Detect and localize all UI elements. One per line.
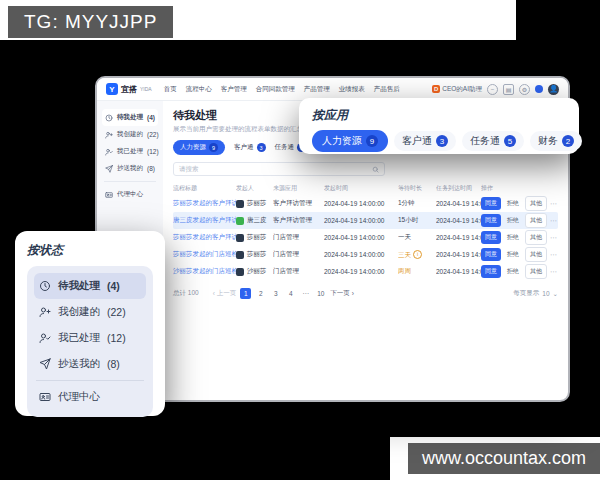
settings-gear-icon[interactable]: ⚙ (519, 84, 530, 95)
send-icon (105, 165, 113, 173)
panel-toggle-icon[interactable]: ▤ (503, 84, 514, 95)
by-app-tab-finance[interactable]: 财务2 (530, 131, 582, 151)
process-title-link[interactable]: 沙丽莎发起的门店巡检 (173, 267, 236, 276)
prev-page-button[interactable]: ‹ 上一页 (213, 289, 237, 298)
nav-right: D CEO的AI助理 − ▤ ⚙ 👤 (432, 84, 559, 95)
id-card-icon (39, 391, 51, 403)
by-app-tab-task[interactable]: 任务通5 (462, 131, 524, 151)
by-app-tab-hr[interactable]: 人力资源9 (312, 130, 388, 152)
other-button[interactable]: 其他 (525, 247, 547, 262)
search-input[interactable]: 请搜索 (173, 162, 385, 176)
tab-customer[interactable]: 客户通3 (234, 143, 266, 152)
by-app-panel: 按应用 人力资源9 客户通3 任务通5 财务2 (299, 98, 579, 154)
sidebar-item-agent-center[interactable]: 代理中心 (102, 186, 158, 203)
other-button[interactable]: 其他 (525, 264, 547, 279)
tab-count-badge: 3 (257, 143, 266, 152)
page-button-3[interactable]: 3 (270, 288, 281, 299)
process-title-link[interactable]: 莎丽莎发起的客户拜访计划 (173, 199, 236, 208)
nav-item-contract-mgmt[interactable]: 合同回款管理 (256, 85, 295, 94)
process-title-link[interactable]: 莎丽莎发起的客户拜访计划 (173, 233, 236, 242)
sidebar-count: (4) (147, 114, 155, 121)
table-row: 莎丽莎发起的客户拜访计划 莎丽莎 门店管理 2024-04-19 14:00:0… (173, 229, 558, 246)
nav-item-product-mgmt[interactable]: 产品管理 (304, 85, 330, 94)
page-button-10[interactable]: 10 (315, 288, 326, 299)
nav-item-customer-mgmt[interactable]: 客户管理 (221, 85, 247, 94)
reject-button[interactable]: 拒绝 (504, 231, 522, 244)
user-plus-icon (39, 306, 51, 318)
more-actions-icon[interactable]: ⋯ (550, 200, 557, 208)
page-button-2[interactable]: 2 (255, 288, 266, 299)
table-row: 莎丽莎发起的客户拜访计划 莎丽莎 客户拜访管理 2024-04-19 14:00… (173, 195, 558, 212)
site-watermark: www.occountax.com (408, 443, 600, 474)
chevron-down-icon: ⌄ (553, 290, 558, 298)
status-item-processed[interactable]: 我已处理 (12) (34, 325, 146, 351)
sidebar-label: 代理中心 (117, 190, 143, 199)
search-placeholder: 请搜索 (179, 165, 199, 174)
send-icon (39, 358, 51, 370)
status-item-pending[interactable]: 待我处理 (4) (34, 273, 146, 299)
agree-button[interactable]: 同意 (481, 265, 501, 278)
status-divider (36, 380, 144, 381)
nav-menu: 首页 流程中心 客户管理 合同回款管理 产品管理 业绩报表 产品售后 (164, 85, 400, 94)
sidebar-item-created[interactable]: 我创建的 (22) (102, 126, 158, 143)
page-ellipsis: ··· (300, 288, 311, 299)
brand-logo[interactable]: Y 宜搭 YIDA (106, 83, 152, 95)
reject-button[interactable]: 拒绝 (504, 197, 522, 210)
tab-hr[interactable]: 人力资源9 (173, 140, 225, 155)
process-title-link[interactable]: 唐三皮发起的客户拜访计划 (173, 216, 236, 225)
nav-item-after-sales[interactable]: 产品售后 (374, 85, 400, 94)
nav-item-process-center[interactable]: 流程中心 (186, 85, 212, 94)
by-app-tab-customer[interactable]: 客户通3 (394, 131, 456, 151)
initiator-avatar (236, 200, 244, 208)
nav-item-performance-report[interactable]: 业绩报表 (339, 85, 365, 94)
ai-assistant-icon: D (432, 85, 440, 93)
tab-count-badge: 9 (366, 135, 378, 147)
reject-button[interactable]: 拒绝 (504, 214, 522, 227)
status-dot-icon[interactable] (535, 85, 543, 93)
pagination: 总计 100 ‹ 上一页 1 2 3 4 ··· 10 下一页 › 每页显示 1… (173, 288, 558, 299)
process-title-link[interactable]: 莎丽莎发起的门店巡检 (173, 250, 236, 259)
initiator-avatar (236, 251, 244, 259)
reject-button[interactable]: 拒绝 (504, 265, 522, 278)
other-button[interactable]: 其他 (525, 230, 547, 245)
status-item-cc[interactable]: 抄送我的 (8) (34, 351, 146, 377)
sidebar-item-cc[interactable]: 抄送我的 (8) (102, 160, 158, 177)
ai-assistant-label: CEO的AI助理 (442, 85, 482, 94)
other-button[interactable]: 其他 (525, 196, 547, 211)
status-item-agent-center[interactable]: 代理中心 (34, 384, 146, 410)
reject-button[interactable]: 拒绝 (504, 248, 522, 261)
nav-item-home[interactable]: 首页 (164, 85, 177, 94)
more-actions-icon[interactable]: ⋯ (550, 217, 557, 225)
sidebar-item-processed[interactable]: 我已处理 (12) (102, 143, 158, 160)
other-button[interactable]: 其他 (525, 213, 547, 228)
initiator-avatar (236, 234, 244, 242)
next-page-button[interactable]: 下一页 › (330, 289, 354, 298)
agree-button[interactable]: 同意 (481, 231, 501, 244)
sidebar-count: (8) (147, 165, 155, 172)
page-button-1[interactable]: 1 (240, 288, 251, 299)
more-actions-icon[interactable]: ⋯ (550, 234, 557, 242)
more-actions-icon[interactable]: ⋯ (550, 251, 557, 259)
sidebar-count: (22) (147, 131, 159, 138)
clock-icon (105, 114, 113, 122)
agree-button[interactable]: 同意 (481, 248, 501, 261)
tab-count-badge: 9 (209, 143, 218, 152)
sidebar-label: 抄送我的 (117, 164, 143, 173)
initiator-avatar (236, 217, 244, 225)
pagination-total: 总计 100 (173, 289, 199, 298)
ai-assistant-button[interactable]: D CEO的AI助理 (432, 85, 482, 94)
sidebar-count: (12) (147, 148, 159, 155)
page-size-select[interactable]: 每页显示 10 ⌄ (513, 289, 558, 298)
tab-count-badge: 5 (504, 135, 516, 147)
brand-name: 宜搭 (121, 84, 137, 95)
more-actions-icon[interactable]: ⋯ (550, 268, 557, 276)
sidebar-item-pending[interactable]: 待我处理 (4) (102, 109, 158, 126)
tab-count-badge: 2 (562, 135, 574, 147)
help-icon[interactable]: − (487, 84, 498, 95)
page-button-4[interactable]: 4 (285, 288, 296, 299)
status-item-created[interactable]: 我创建的 (22) (34, 299, 146, 325)
user-plus-icon (105, 131, 113, 139)
agree-button[interactable]: 同意 (481, 197, 501, 210)
user-avatar[interactable]: 👤 (548, 84, 559, 95)
agree-button[interactable]: 同意 (481, 214, 501, 227)
